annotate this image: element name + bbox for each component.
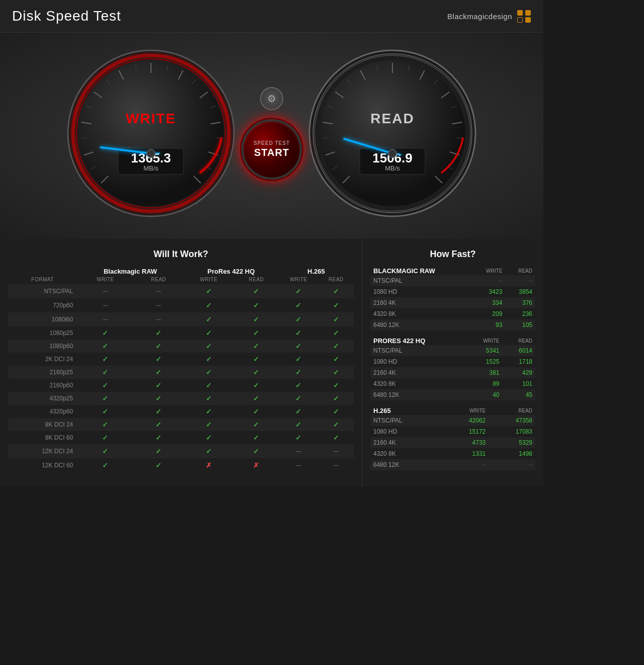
bmraw-header: Blackmagic RAW [77,267,184,276]
value-cell: ✓ [318,418,354,431]
value-cell: ✓ [318,392,354,405]
start-button[interactable]: SPEED TEST START [242,119,302,180]
check-icon: ✓ [253,287,259,295]
value-cell: ✓ [234,418,279,431]
format-cell: 1080p60 [8,340,77,353]
gauges-section: WRITE 1365.3 MB/s ⚙ SPEED TEST START [0,33,543,239]
check-icon: ✓ [155,447,162,455]
check-icon: ✓ [155,421,162,429]
value-cell: ✓ [234,379,279,392]
check-icon: ✓ [295,301,301,309]
svg-point-31 [147,149,155,157]
write-value: 4733 [442,437,489,448]
value-cell: ✓ [184,298,234,312]
check-icon: ✓ [333,287,339,295]
table-row: 8K DCI 60✓✓✓✓✓✓ [8,431,354,444]
check-icon: ✓ [295,407,301,415]
check-icon: ✓ [206,381,212,389]
check-icon: ✓ [102,407,108,415]
check-icon: ✓ [253,447,259,455]
check-icon: ✓ [206,421,212,429]
value-cell: ✓ [77,458,133,472]
value-cell: ✓ [279,284,318,298]
value-cell: ✓ [318,312,354,326]
codec-name: H.265 [370,406,442,415]
value-cell: ✓ [318,353,354,366]
value-cell: ✓ [133,379,183,392]
res-label: 4320 8K [370,448,442,459]
format-cell: 720p60 [8,298,77,312]
value-cell: ✓ [77,326,133,340]
res-label: NTSC/PAL [370,415,442,426]
value-cell: – [133,284,183,298]
value-cell: ✓ [133,366,183,379]
value-cell: ✓ [318,284,354,298]
settings-button[interactable]: ⚙ [260,87,283,110]
speed-test-label: SPEED TEST [254,140,290,146]
value-cell: – [318,444,354,458]
check-icon: ✓ [253,381,259,389]
check-icon: ✓ [155,381,162,389]
table-row: 2160p25✓✓✓✓✓✓ [8,366,354,379]
cross-icon: ✗ [253,461,259,469]
value-cell: ✓ [184,340,234,353]
check-icon: ✓ [155,342,162,350]
format-cell: 1080p25 [8,326,77,340]
list-item: NTSC/PAL–– [370,275,535,286]
codec-name: ProRes 422 HQ [370,337,466,345]
h265-read-header: READ [318,276,354,284]
write-value: 40 [466,389,503,400]
header: Disk Speed Test Blackmagicdesign [0,0,543,33]
value-cell: – [279,444,318,458]
table-row: 1080p60✓✓✓✓✓✓ [8,340,354,353]
write-value: 1525 [466,356,503,367]
read-gauge: READ 1506.9 MB/s [307,48,478,219]
check-icon: ✓ [155,394,162,402]
value-cell: ✓ [77,405,133,418]
list-item: NTSC/PAL53416014 [370,345,535,356]
dash-icon: – [296,447,301,455]
value-cell: ✓ [77,392,133,405]
svg-text:READ: READ [370,111,414,126]
check-icon: ✓ [206,301,212,309]
value-cell: ✓ [279,340,318,353]
value-cell: ✓ [234,312,279,326]
check-icon: ✓ [206,355,212,363]
res-label: 1080 HD [370,356,466,367]
check-icon: ✓ [102,447,108,455]
write-value: – [472,275,505,286]
dash-icon: – [156,287,161,295]
value-cell: ✓ [279,379,318,392]
check-icon: ✓ [206,368,212,376]
value-cell: ✓ [234,298,279,312]
will-it-work-panel: Will It Work? Blackmagic RAW ProRes 422 … [0,239,362,486]
check-icon: ✓ [295,381,301,389]
check-icon: ✓ [102,368,108,376]
value-cell: – [77,312,133,326]
read-value: 47358 [489,415,535,426]
check-icon: ✓ [253,421,259,429]
write-col-header: WRITE [466,337,503,345]
check-icon: ✓ [333,434,339,442]
check-icon: ✓ [155,434,162,442]
value-cell: ✓ [133,458,183,472]
write-value: 209 [472,308,505,319]
list-item: NTSC/PAL4206247358 [370,415,535,426]
logo-text: Blackmagicdesign [447,12,512,21]
app-title: Disk Speed Test [12,8,121,24]
res-label: NTSC/PAL [370,345,466,356]
read-gauge-svg: READ 1506.9 MB/s [307,48,478,219]
check-icon: ✓ [155,461,162,469]
value-cell: – [279,458,318,472]
value-cell: ✓ [184,353,234,366]
bmraw-read-header: READ [133,276,183,284]
read-value: – [505,275,535,286]
h265-header: H.265 [279,267,354,276]
start-label: START [254,147,289,158]
check-icon: ✓ [206,287,212,295]
value-cell: ✓ [184,418,234,431]
check-icon: ✓ [295,287,301,295]
read-value: 1498 [489,448,535,459]
res-label: NTSC/PAL [370,275,472,286]
value-cell: ✓ [279,392,318,405]
